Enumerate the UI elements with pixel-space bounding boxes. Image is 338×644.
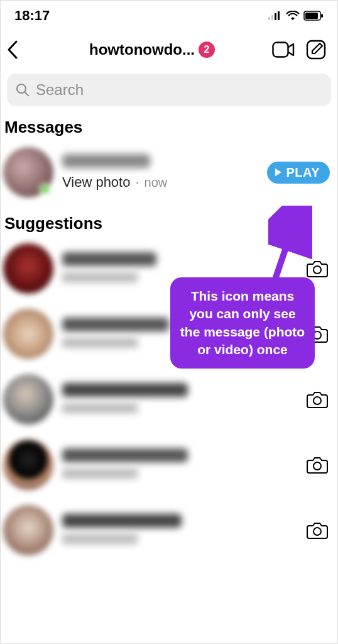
header-title: howtonowdo... bbox=[89, 41, 195, 58]
search-field[interactable] bbox=[7, 74, 331, 106]
svg-line-10 bbox=[25, 92, 28, 96]
search-input[interactable] bbox=[36, 81, 322, 99]
suggestion-username bbox=[62, 514, 296, 534]
annotation-callout: This icon means you can only see the mes… bbox=[170, 277, 315, 369]
play-icon bbox=[275, 168, 282, 177]
status-indicators bbox=[268, 11, 324, 21]
unread-badge: 2 bbox=[199, 42, 215, 58]
message-subtitle: View photo bbox=[62, 174, 130, 191]
svg-point-13 bbox=[313, 397, 321, 404]
header-title-wrap[interactable]: howtonowdo... 2 bbox=[32, 41, 272, 58]
play-label: PLAY bbox=[286, 165, 320, 180]
camera-button[interactable] bbox=[305, 391, 330, 408]
svg-line-16 bbox=[275, 214, 297, 281]
svg-rect-2 bbox=[275, 13, 276, 20]
avatar bbox=[3, 505, 53, 555]
search-container bbox=[1, 69, 337, 109]
suggestion-text bbox=[62, 383, 296, 416]
svg-rect-6 bbox=[321, 14, 323, 18]
svg-point-15 bbox=[313, 528, 321, 535]
suggestion-text bbox=[62, 448, 296, 481]
camera-icon bbox=[307, 521, 328, 539]
header-actions bbox=[272, 40, 331, 60]
svg-rect-8 bbox=[307, 41, 325, 58]
suggestion-row[interactable] bbox=[1, 367, 337, 432]
status-time: 18:17 bbox=[14, 8, 50, 24]
message-text: View photo · now bbox=[62, 154, 258, 191]
avatar bbox=[3, 309, 53, 359]
camera-button[interactable] bbox=[305, 521, 330, 539]
svg-rect-1 bbox=[271, 15, 273, 20]
message-row[interactable]: View photo · now PLAY bbox=[1, 140, 337, 205]
compose-icon bbox=[306, 40, 326, 60]
cellular-icon bbox=[268, 11, 282, 20]
play-button[interactable]: PLAY bbox=[267, 162, 330, 184]
camera-icon bbox=[307, 456, 328, 474]
status-bar: 18:17 bbox=[1, 1, 337, 31]
avatar bbox=[3, 147, 53, 197]
search-icon bbox=[16, 83, 30, 97]
suggestion-row[interactable] bbox=[1, 497, 337, 563]
suggestion-subtitle bbox=[62, 534, 296, 547]
online-indicator bbox=[40, 184, 51, 195]
compose-button[interactable] bbox=[306, 40, 326, 60]
suggestion-text bbox=[62, 514, 296, 547]
camera-icon bbox=[307, 391, 328, 408]
suggestion-subtitle bbox=[62, 403, 296, 416]
annotation-arrow bbox=[268, 206, 312, 287]
separator-dot: · bbox=[135, 174, 139, 191]
avatar bbox=[3, 440, 53, 490]
suggestion-row[interactable] bbox=[1, 432, 337, 497]
svg-rect-0 bbox=[268, 17, 270, 20]
chevron-left-icon bbox=[7, 40, 18, 59]
svg-rect-3 bbox=[278, 11, 280, 20]
message-username bbox=[62, 154, 258, 174]
wifi-icon bbox=[286, 11, 300, 21]
suggestion-username bbox=[62, 448, 296, 469]
battery-icon bbox=[303, 11, 324, 21]
svg-rect-5 bbox=[305, 13, 318, 19]
suggestion-username bbox=[62, 383, 296, 403]
suggestion-username bbox=[62, 252, 296, 272]
message-time: now bbox=[144, 175, 168, 190]
suggestion-subtitle bbox=[62, 469, 296, 481]
svg-point-14 bbox=[313, 462, 321, 470]
svg-rect-7 bbox=[273, 43, 288, 57]
messages-heading: Messages bbox=[1, 109, 337, 140]
avatar bbox=[3, 243, 53, 294]
avatar bbox=[3, 374, 53, 425]
callout-text: This icon means you can only see the mes… bbox=[180, 289, 305, 357]
video-call-button[interactable] bbox=[272, 42, 295, 58]
svg-point-11 bbox=[313, 266, 321, 274]
video-camera-icon bbox=[272, 42, 295, 58]
header: howtonowdo... 2 bbox=[1, 31, 337, 69]
camera-button[interactable] bbox=[305, 456, 330, 474]
back-button[interactable] bbox=[7, 40, 32, 59]
